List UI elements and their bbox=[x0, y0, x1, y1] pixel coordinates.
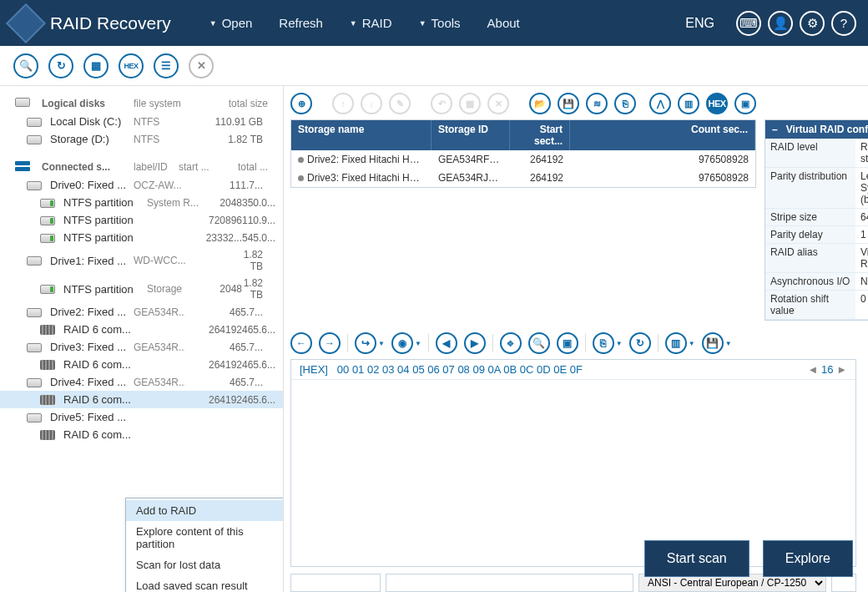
settings-icon[interactable]: ⚙ bbox=[800, 11, 825, 36]
context-menu-item[interactable]: Scan for lost data bbox=[126, 554, 284, 575]
hex-viewer[interactable]: [HEX] 00 01 02 03 04 05 06 07 08 09 0A 0… bbox=[290, 359, 856, 567]
menu-tools[interactable]: ▼Tools bbox=[407, 11, 472, 35]
hex-mode-icon[interactable]: HEX bbox=[119, 53, 144, 78]
columns-icon[interactable]: ▥ bbox=[665, 332, 687, 354]
storage-row[interactable]: RAID 6 com... 264192465.6... bbox=[0, 391, 283, 408]
context-menu-item[interactable]: Add to RAID bbox=[126, 500, 284, 521]
find-icon[interactable]: 🔍 bbox=[528, 332, 550, 354]
nav-forward-icon[interactable]: → bbox=[319, 332, 341, 354]
select-icon[interactable]: ▣ bbox=[557, 332, 578, 354]
save-icon[interactable]: 💾 bbox=[558, 93, 579, 114]
raid-config-row[interactable]: Parity distributionLeft-Symmetric (ba▼ bbox=[765, 168, 868, 209]
collapse-icon[interactable]: – bbox=[772, 124, 778, 135]
storage-row[interactable]: RAID 6 com... bbox=[0, 426, 283, 443]
storage-row[interactable]: Drive0: Fixed ...OCZ-AW... 111.7... bbox=[0, 176, 283, 194]
raid-member-row[interactable]: Drive3: Fixed Hitachi HDP7250... GEA534R… bbox=[291, 169, 755, 187]
remove-icon[interactable]: ✕ bbox=[487, 93, 509, 114]
storage-row[interactable]: NTFS partitionSystem R... 2048350.0... bbox=[0, 194, 283, 211]
edit-icon[interactable]: ✎ bbox=[389, 93, 411, 114]
save-hex-icon[interactable]: 💾 bbox=[702, 332, 724, 354]
language-selector[interactable]: ENG bbox=[685, 16, 714, 31]
storage-table: Storage name Storage ID Start sect... Co… bbox=[290, 119, 756, 188]
refresh-icon[interactable]: ↻ bbox=[48, 53, 73, 78]
app-header: RAID Recovery ▼Open Refresh ▼RAID ▼Tools… bbox=[0, 0, 868, 46]
storage-row[interactable]: Drive1: Fixed ...WD-WCC... 1.82 TB bbox=[0, 246, 283, 275]
build-raid-icon[interactable]: ⊕ bbox=[290, 93, 312, 114]
storage-row[interactable]: RAID 6 com... 264192465.6... bbox=[0, 356, 283, 373]
storage-row[interactable]: Drive2: Fixed ...GEA534R... 465.7... bbox=[0, 303, 283, 321]
open-file-icon[interactable]: 📂 bbox=[529, 93, 551, 114]
start-scan-button[interactable]: Start scan bbox=[644, 540, 749, 577]
search-icon[interactable]: 🔍 bbox=[13, 53, 38, 78]
context-menu: Add to RAIDExplore content of this parti… bbox=[125, 498, 284, 592]
logical-disk-row[interactable]: Storage (D:)NTFS1.82 TB bbox=[0, 130, 283, 148]
context-menu-item[interactable]: Explore content of this partition bbox=[126, 521, 284, 554]
hex-toolbar: ← → ↪▼ ◉▼ ◀ ▶ ⎆ 🔍 ▣ ⎘▼ ↻ ▥▼ 💾▼ bbox=[290, 332, 856, 354]
main-toolbar: 🔍 ↻ ▦ HEX ☰ ✕ bbox=[0, 46, 868, 86]
activity-icon[interactable]: ⋀ bbox=[649, 93, 671, 114]
export-icon[interactable]: ⎘ bbox=[614, 93, 636, 114]
tag-next-icon[interactable]: ▶ bbox=[464, 332, 486, 354]
raid-config-row[interactable]: RAID levelRAID 5 - stripe se▼ bbox=[765, 139, 868, 168]
menu-list-icon[interactable]: ☰ bbox=[154, 53, 179, 78]
raid-config-row[interactable]: Stripe size64KB▼ bbox=[765, 209, 868, 226]
tag-prev-icon[interactable]: ◀ bbox=[436, 332, 457, 354]
storage-toolbar: ⊕ ↑ ↓ ✎ ↶ ▦ ✕ 📂 💾 ≋ ⎘ ⋀ ▥ bbox=[290, 93, 756, 114]
logical-disk-row[interactable]: Local Disk (C:)NTFS110.91 GB bbox=[0, 113, 283, 130]
offset-input[interactable] bbox=[290, 574, 381, 592]
menu-open[interactable]: ▼Open bbox=[198, 11, 265, 35]
reload-icon[interactable]: ↻ bbox=[629, 332, 651, 354]
close-icon[interactable]: ✕ bbox=[189, 53, 214, 78]
nav-back-icon[interactable]: ← bbox=[290, 332, 312, 354]
undo-icon[interactable]: ↶ bbox=[431, 93, 452, 114]
raid-config-row[interactable]: Parity delay1 bbox=[765, 226, 868, 244]
storage-row[interactable]: RAID 6 com... 264192465.6... bbox=[0, 321, 283, 338]
raid-config-row[interactable]: RAID aliasVirtual RAID bbox=[765, 244, 868, 273]
grid-icon[interactable]: ▣ bbox=[734, 93, 756, 114]
raid-member-row[interactable]: Drive2: Fixed Hitachi HDP7250... GEA534R… bbox=[291, 150, 755, 169]
move-up-icon[interactable]: ↑ bbox=[332, 93, 354, 114]
list-icon[interactable]: ▦ bbox=[83, 53, 108, 78]
storage-row[interactable]: Drive5: Fixed ... bbox=[0, 408, 283, 426]
jump-icon[interactable]: ↪ bbox=[355, 332, 376, 354]
keyboard-icon[interactable]: ⌨ bbox=[736, 11, 761, 36]
sidebar: Logical disks file system total size Loc… bbox=[0, 86, 284, 592]
main-menu: ▼Open Refresh ▼RAID ▼Tools About bbox=[198, 11, 532, 35]
move-down-icon[interactable]: ↓ bbox=[361, 93, 382, 114]
connected-storages-header: Connected s... label/ID start ... total … bbox=[0, 156, 283, 176]
footer-actions: Start scan Explore bbox=[644, 540, 853, 577]
raid-config-row[interactable]: Asynchronous I/ONo▼ bbox=[765, 273, 868, 291]
storage-row[interactable]: Drive3: Fixed ...GEA534R... 465.7... bbox=[0, 338, 283, 356]
menu-refresh[interactable]: Refresh bbox=[267, 11, 335, 35]
goto-icon[interactable]: ⎆ bbox=[500, 332, 522, 354]
menu-raid[interactable]: ▼RAID bbox=[338, 11, 404, 35]
logical-disks-header: Logical disks file system total size bbox=[0, 93, 283, 113]
chart-icon[interactable]: ▥ bbox=[678, 93, 699, 114]
layers-icon[interactable]: ≋ bbox=[586, 93, 608, 114]
main-panel: ⊕ ↑ ↓ ✎ ↶ ▦ ✕ 📂 💾 ≋ ⎘ ⋀ ▥ bbox=[284, 86, 868, 592]
storage-row[interactable]: NTFS partition 23332...545.0... bbox=[0, 229, 283, 246]
help-icon[interactable]: ? bbox=[831, 11, 856, 36]
context-menu-item[interactable]: Load saved scan result bbox=[126, 575, 284, 592]
storage-row[interactable]: NTFS partition 720896110.9... bbox=[0, 211, 283, 229]
storage-row[interactable]: NTFS partitionStorage 20481.82 TB bbox=[0, 275, 283, 303]
storage-row[interactable]: Drive4: Fixed ...GEA534R... 465.7... bbox=[0, 373, 283, 391]
raid-config-panel: –Virtual RAID configuration RAID levelRA… bbox=[765, 119, 868, 321]
raid-config-row[interactable]: Rotation shift value0 bbox=[765, 291, 868, 320]
hex-toggle-icon[interactable]: HEX bbox=[706, 93, 728, 114]
value-input[interactable] bbox=[386, 574, 633, 592]
user-icon[interactable]: 👤 bbox=[768, 11, 793, 36]
app-logo-icon bbox=[6, 3, 46, 43]
bookmark-icon[interactable]: ◉ bbox=[391, 332, 413, 354]
explore-button[interactable]: Explore bbox=[763, 540, 853, 577]
menu-about[interactable]: About bbox=[476, 11, 532, 35]
copy-icon[interactable]: ⎘ bbox=[593, 332, 614, 354]
pattern-icon[interactable]: ▦ bbox=[459, 93, 481, 114]
app-title: RAID Recovery bbox=[50, 13, 171, 33]
